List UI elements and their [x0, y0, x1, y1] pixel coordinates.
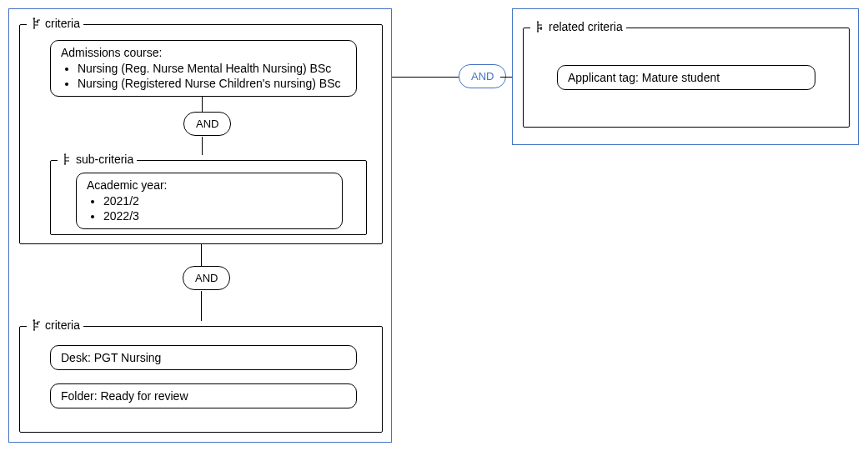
sub-criteria-label-text: sub-criteria [76, 153, 133, 166]
connector [202, 137, 203, 155]
list-item: Nursing (Registered Nurse Children's nur… [78, 76, 346, 91]
desk-field-text: Desk: PGT Nursing [61, 351, 161, 364]
academic-year-field: Academic year: 2021/2 2022/3 [76, 173, 343, 229]
folder-field: Folder: Ready for review [50, 383, 357, 408]
related-criteria-group: related criteria Applicant tag: Mature s… [523, 28, 850, 128]
and-operator-1-label: AND [196, 118, 218, 130]
list-item: 2021/2 [103, 193, 332, 208]
criteria-group-2: + criteria Desk: PGT Nursing Folder: Rea… [19, 326, 383, 433]
criteria-group-1-label: + criteria [27, 17, 83, 30]
sub-criteria-group: sub-criteria Academic year: 2021/2 2022/… [50, 160, 367, 235]
svg-text:+: + [33, 319, 35, 323]
list-item: Nursing (Reg. Nurse Mental Health Nursin… [78, 61, 346, 76]
admissions-course-field: Admissions course: Nursing (Reg. Nurse M… [50, 40, 357, 97]
related-criteria-label-text: related criteria [549, 20, 623, 33]
diagram-canvas: + criteria Admissions course: Nursing (R… [0, 0, 868, 451]
admissions-course-list: Nursing (Reg. Nurse Mental Health Nursin… [61, 61, 346, 91]
tree-expand-icon: + [30, 18, 42, 29]
list-item: 2022/3 [103, 208, 332, 223]
related-criteria-label: related criteria [530, 20, 626, 33]
connector [392, 77, 459, 78]
connector [201, 291, 202, 321]
connector [500, 77, 512, 78]
and-operator-center: AND [459, 64, 506, 88]
and-operator-center-label: AND [471, 70, 494, 83]
and-operator-1: AND [183, 112, 231, 136]
criteria-group-1: + criteria Admissions course: Nursing (R… [19, 24, 383, 244]
connector [201, 244, 202, 266]
criteria-group-2-label-text: criteria [45, 318, 80, 332]
applicant-tag-field: Applicant tag: Mature student [557, 65, 815, 90]
academic-year-title: Academic year: [87, 178, 332, 192]
academic-year-list: 2021/2 2022/3 [87, 193, 332, 223]
criteria-group-2-label: + criteria [27, 318, 83, 332]
admissions-course-title: Admissions course: [61, 46, 346, 59]
applicant-tag-text: Applicant tag: Mature student [568, 71, 720, 84]
and-operator-mid: AND [183, 266, 230, 290]
tree-icon [61, 153, 73, 165]
and-operator-mid-label: AND [195, 272, 218, 284]
svg-text:+: + [33, 18, 35, 21]
tree-expand-icon: + [30, 319, 42, 331]
tree-collapse-icon [534, 21, 545, 33]
folder-field-text: Folder: Ready for review [61, 389, 188, 403]
right-panel: related criteria Applicant tag: Mature s… [512, 8, 859, 145]
connector [202, 97, 203, 112]
sub-criteria-label: sub-criteria [58, 153, 137, 166]
left-panel: + criteria Admissions course: Nursing (R… [8, 8, 392, 443]
criteria-group-1-label-text: criteria [45, 17, 80, 30]
desk-field: Desk: PGT Nursing [50, 345, 357, 370]
